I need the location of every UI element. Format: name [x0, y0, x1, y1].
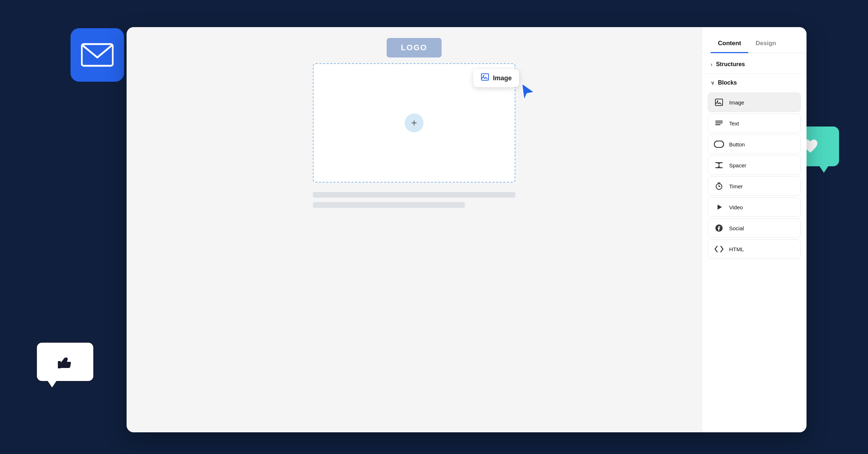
block-label-timer: Timer — [729, 183, 743, 189]
social-block-icon — [714, 223, 724, 233]
blocks-section[interactable]: ∨ Blocks — [702, 74, 807, 91]
canvas-area: LOGO + Image — [127, 27, 702, 432]
add-content-button[interactable]: + — [405, 113, 424, 132]
svg-rect-1 — [481, 74, 489, 80]
block-label-video: Video — [729, 204, 743, 210]
block-item-video[interactable]: Video — [708, 197, 801, 217]
text-block-icon — [714, 118, 724, 128]
block-item-image[interactable]: Image — [708, 93, 801, 112]
panel-body: › Structures ∨ Blocks Image — [702, 53, 807, 432]
blocks-label: Blocks — [718, 80, 737, 86]
block-item-spacer[interactable]: Spacer — [708, 155, 801, 175]
structures-chevron: › — [711, 61, 712, 67]
image-block-icon — [714, 97, 724, 107]
image-tooltip: Image — [473, 69, 519, 87]
section-divider-1 — [702, 73, 807, 74]
block-item-html[interactable]: HTML — [708, 239, 801, 259]
cursor-arrow — [519, 82, 537, 103]
text-lines — [313, 192, 515, 208]
svg-rect-3 — [715, 99, 723, 106]
block-item-timer[interactable]: Timer — [708, 176, 801, 196]
svg-marker-17 — [718, 205, 722, 210]
svg-point-2 — [483, 75, 484, 77]
block-label-button: Button — [729, 141, 745, 147]
text-line-1 — [313, 192, 515, 198]
image-tooltip-label: Image — [493, 74, 512, 82]
block-item-social[interactable]: Social — [708, 218, 801, 238]
spacer-block-icon — [714, 160, 724, 170]
blocks-chevron: ∨ — [711, 80, 714, 86]
thumbs-up-bubble — [36, 342, 94, 382]
editor-card: LOGO + Image — [127, 27, 807, 432]
svg-rect-8 — [714, 141, 724, 147]
html-block-icon — [714, 244, 724, 254]
structures-label: Structures — [716, 61, 745, 68]
image-block-wrapper: + Image — [313, 63, 515, 183]
svg-point-16 — [719, 186, 719, 187]
text-line-2 — [313, 202, 465, 208]
structures-section[interactable]: › Structures — [702, 56, 807, 73]
button-block-icon — [714, 139, 724, 149]
svg-point-4 — [717, 100, 718, 102]
timer-block-icon — [714, 181, 724, 191]
email-logo-icon — [71, 28, 124, 82]
image-tooltip-icon — [481, 73, 489, 83]
block-label-spacer: Spacer — [729, 162, 746, 168]
block-label-html: HTML — [729, 246, 744, 252]
block-item-text[interactable]: Text — [708, 113, 801, 133]
tab-design[interactable]: Design — [748, 35, 783, 53]
logo-placeholder: LOGO — [387, 38, 442, 57]
video-block-icon — [714, 202, 724, 212]
block-label-text: Text — [729, 120, 739, 127]
right-panel: Content Design › Structures ∨ Blocks — [702, 27, 807, 432]
panel-tabs: Content Design — [711, 34, 798, 53]
block-label-social: Social — [729, 225, 744, 231]
block-item-button[interactable]: Button — [708, 134, 801, 154]
block-label-image: Image — [729, 99, 744, 106]
panel-header: Content Design — [702, 27, 807, 53]
tab-content[interactable]: Content — [711, 35, 748, 53]
